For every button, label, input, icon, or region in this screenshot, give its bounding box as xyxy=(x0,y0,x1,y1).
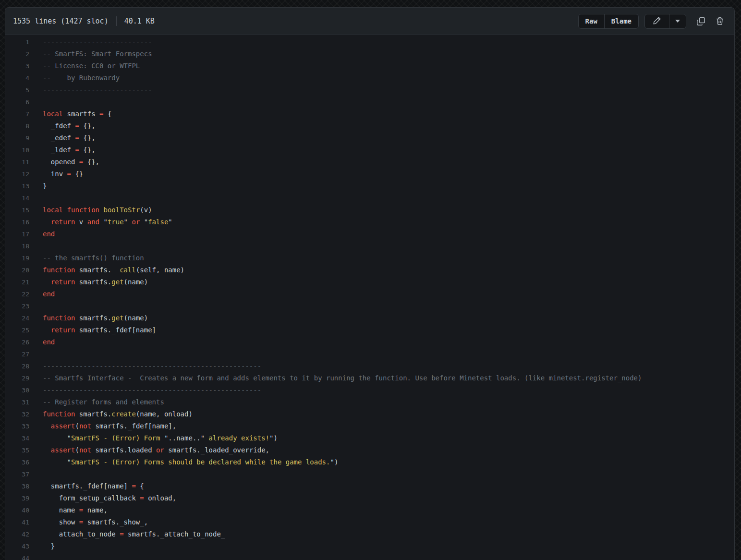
code-text: function smartfs.__call(self, name) xyxy=(43,264,184,276)
line-number[interactable]: 39 xyxy=(5,492,29,504)
line-number[interactable]: 22 xyxy=(5,288,29,300)
code-text: form_setup_callback = onload, xyxy=(43,492,176,504)
code-line: 11 opened = {}, xyxy=(5,156,734,168)
line-number[interactable]: 7 xyxy=(5,108,29,120)
code-text: ----------------------------------------… xyxy=(43,384,261,396)
line-number[interactable]: 18 xyxy=(5,240,29,252)
line-number[interactable]: 13 xyxy=(5,180,29,192)
line-number[interactable]: 10 xyxy=(5,144,29,156)
line-number[interactable]: 6 xyxy=(5,96,29,108)
code-line: 41 show = smartfs._show_, xyxy=(5,516,734,528)
line-number[interactable]: 1 xyxy=(5,36,29,48)
copy-button[interactable] xyxy=(694,14,707,28)
info-divider xyxy=(116,16,117,26)
line-number[interactable]: 41 xyxy=(5,516,29,528)
line-number[interactable]: 32 xyxy=(5,408,29,420)
code-text: -- License: CC0 or WTFPL xyxy=(43,60,140,72)
code-text: attach_to_node = smartfs._attach_to_node… xyxy=(43,528,225,540)
line-number[interactable]: 31 xyxy=(5,396,29,408)
delete-button[interactable] xyxy=(713,14,727,28)
lines-sloc-text: 1535 lines (1427 sloc) xyxy=(13,17,109,25)
code-line: 38 smartfs._fdef[name] = { xyxy=(5,480,734,492)
code-line: 5--------------------------- xyxy=(5,84,734,96)
line-number[interactable]: 44 xyxy=(5,552,29,560)
line-number[interactable]: 8 xyxy=(5,120,29,132)
code-text: ----------------------------------------… xyxy=(43,360,261,372)
line-number[interactable]: 29 xyxy=(5,372,29,384)
code-line: 1--------------------------- xyxy=(5,36,734,48)
copy-icon xyxy=(696,17,705,26)
line-number[interactable]: 20 xyxy=(5,264,29,276)
line-number[interactable]: 36 xyxy=(5,456,29,468)
line-number[interactable]: 34 xyxy=(5,432,29,444)
line-number[interactable]: 21 xyxy=(5,276,29,288)
edit-button[interactable] xyxy=(645,14,669,28)
code-text: local smartfs = { xyxy=(43,108,111,120)
code-line: 7local smartfs = { xyxy=(5,108,734,120)
line-number[interactable]: 12 xyxy=(5,168,29,180)
code-text: } xyxy=(43,540,55,552)
line-number[interactable]: 38 xyxy=(5,480,29,492)
line-number[interactable]: 27 xyxy=(5,348,29,360)
code-lines: 1---------------------------2-- SmartFS:… xyxy=(5,36,734,560)
file-view-container: 1535 lines (1427 sloc) 40.1 KB Raw Blame xyxy=(5,7,735,560)
code-text: show = smartfs._show_, xyxy=(43,516,148,528)
code-line: 44 xyxy=(5,552,734,560)
code-line: 10 _ldef = {}, xyxy=(5,144,734,156)
line-number[interactable]: 5 xyxy=(5,84,29,96)
line-number[interactable]: 4 xyxy=(5,72,29,84)
code-line: 15local function boolToStr(v) xyxy=(5,204,734,216)
code-line: 22end xyxy=(5,288,734,300)
code-line: 30--------------------------------------… xyxy=(5,384,734,396)
line-number[interactable]: 15 xyxy=(5,204,29,216)
blame-button[interactable]: Blame xyxy=(604,14,638,28)
code-text: return smartfs.get(name) xyxy=(43,276,148,288)
line-number[interactable]: 3 xyxy=(5,60,29,72)
line-number[interactable]: 40 xyxy=(5,504,29,516)
line-number[interactable]: 26 xyxy=(5,336,29,348)
line-number[interactable]: 14 xyxy=(5,192,29,204)
line-number[interactable]: 2 xyxy=(5,48,29,60)
code-line: 3-- License: CC0 or WTFPL xyxy=(5,60,734,72)
code-line: 16 return v and "true" or "false" xyxy=(5,216,734,228)
line-number[interactable]: 28 xyxy=(5,360,29,372)
code-line: 6 xyxy=(5,96,734,108)
code-line: 24function smartfs.get(name) xyxy=(5,312,734,324)
code-line: 37 xyxy=(5,468,734,480)
line-number[interactable]: 16 xyxy=(5,216,29,228)
code-line: 36 "SmartFS - (Error) Forms should be de… xyxy=(5,456,734,468)
line-number[interactable]: 23 xyxy=(5,300,29,312)
line-number[interactable]: 30 xyxy=(5,384,29,396)
code-line: 21 return smartfs.get(name) xyxy=(5,276,734,288)
code-text: } xyxy=(43,180,47,192)
line-number[interactable]: 25 xyxy=(5,324,29,336)
code-text: assert(not smartfs.loaded or smartfs._lo… xyxy=(43,444,269,456)
code-text: "SmartFS - (Error) Form "..name.." alrea… xyxy=(43,432,278,444)
code-text: opened = {}, xyxy=(43,156,99,168)
line-number[interactable]: 17 xyxy=(5,228,29,240)
code-line: 8 _fdef = {}, xyxy=(5,120,734,132)
line-number[interactable]: 33 xyxy=(5,420,29,432)
code-line: 33 assert(not smartfs._fdef[name], xyxy=(5,420,734,432)
code-text: inv = {} xyxy=(43,168,83,180)
code-line: 31-- Register forms and elements xyxy=(5,396,734,408)
code-text: -- Register forms and elements xyxy=(43,396,164,408)
line-number[interactable]: 24 xyxy=(5,312,29,324)
line-number[interactable]: 19 xyxy=(5,252,29,264)
code-text: function smartfs.create(name, onload) xyxy=(43,408,193,420)
edit-dropdown-button[interactable] xyxy=(669,14,686,28)
trash-icon xyxy=(716,17,724,25)
line-number[interactable]: 9 xyxy=(5,132,29,144)
code-line: 25 return smartfs._fdef[name] xyxy=(5,324,734,336)
code-text: end xyxy=(43,336,55,348)
line-number[interactable]: 43 xyxy=(5,540,29,552)
file-info: 1535 lines (1427 sloc) 40.1 KB xyxy=(13,16,155,26)
line-number[interactable]: 42 xyxy=(5,528,29,540)
code-line: 17end xyxy=(5,228,734,240)
line-number[interactable]: 35 xyxy=(5,444,29,456)
pencil-icon xyxy=(653,16,661,26)
raw-button[interactable]: Raw xyxy=(579,14,604,28)
line-number[interactable]: 11 xyxy=(5,156,29,168)
line-number[interactable]: 37 xyxy=(5,468,29,480)
code-line: 43 } xyxy=(5,540,734,552)
